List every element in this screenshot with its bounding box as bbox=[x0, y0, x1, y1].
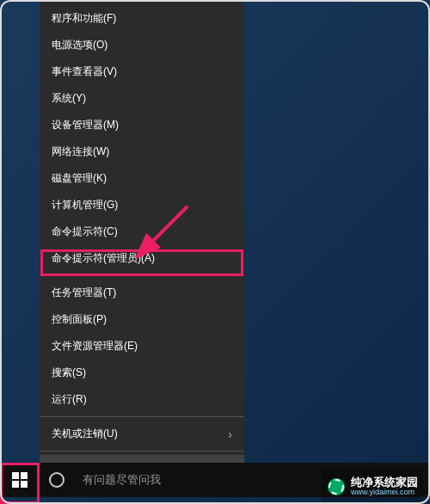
windows-logo-icon bbox=[12, 472, 28, 488]
menu-separator bbox=[40, 416, 244, 417]
menu-label: 电源选项(O) bbox=[52, 38, 108, 52]
menu-item-control-panel[interactable]: 控制面板(P) bbox=[40, 306, 244, 333]
menu-item-computer-management[interactable]: 计算机管理(G) bbox=[40, 192, 244, 218]
watermark-title: 纯净系统家园 bbox=[351, 476, 418, 489]
start-button[interactable] bbox=[0, 463, 40, 497]
menu-item-device-manager[interactable]: 设备管理器(M) bbox=[40, 112, 244, 138]
cortana-circle-icon bbox=[49, 472, 64, 488]
menu-item-task-manager[interactable]: 任务管理器(T) bbox=[40, 280, 244, 306]
menu-label: 控制面板(P) bbox=[52, 312, 107, 327]
search-placeholder: 有问题尽管问我 bbox=[83, 472, 161, 488]
menu-label: 网络连接(W) bbox=[52, 144, 109, 159]
watermark-url: www.yidaimei.com bbox=[351, 489, 418, 497]
menu-item-system[interactable]: 系统(Y) bbox=[40, 85, 244, 112]
menu-label: 事件查看器(V) bbox=[52, 65, 117, 79]
menu-item-event-viewer[interactable]: 事件查看器(V) bbox=[40, 58, 244, 85]
menu-item-network-connections[interactable]: 网络连接(W) bbox=[40, 138, 244, 165]
menu-label: 命令提示符(管理员)(A) bbox=[52, 251, 155, 266]
menu-separator bbox=[40, 275, 244, 276]
menu-item-command-prompt[interactable]: 命令提示符(C) bbox=[40, 218, 244, 245]
menu-label: 系统(Y) bbox=[52, 91, 86, 106]
menu-item-power-options[interactable]: 电源选项(O) bbox=[40, 32, 244, 58]
svg-rect-1 bbox=[12, 472, 19, 479]
menu-label: 计算机管理(G) bbox=[52, 198, 118, 212]
winx-context-menu: 程序和功能(F) 电源选项(O) 事件查看器(V) 系统(Y) 设备管理器(M)… bbox=[40, 0, 244, 487]
menu-item-shutdown-signout[interactable]: 关机或注销(U) › bbox=[40, 421, 244, 447]
watermark: 纯净系统家园 www.yidaimei.com bbox=[322, 470, 423, 504]
menu-item-command-prompt-admin[interactable]: 命令提示符(管理员)(A) bbox=[40, 245, 244, 272]
menu-item-file-explorer[interactable]: 文件资源管理器(E) bbox=[40, 333, 244, 360]
svg-rect-2 bbox=[21, 472, 28, 479]
chevron-right-icon: › bbox=[228, 427, 232, 441]
menu-label: 设备管理器(M) bbox=[52, 118, 119, 132]
svg-rect-3 bbox=[12, 481, 19, 488]
menu-item-programs[interactable]: 程序和功能(F) bbox=[40, 5, 244, 32]
cortana-button[interactable] bbox=[40, 463, 74, 497]
menu-item-search[interactable]: 搜索(S) bbox=[40, 360, 244, 386]
watermark-logo-icon bbox=[327, 477, 346, 496]
menu-label: 磁盘管理(K) bbox=[52, 171, 107, 186]
menu-item-run[interactable]: 运行(R) bbox=[40, 386, 244, 413]
menu-label: 程序和功能(F) bbox=[52, 11, 116, 26]
menu-label: 命令提示符(C) bbox=[52, 224, 118, 239]
menu-label: 搜索(S) bbox=[52, 366, 86, 380]
menu-label: 任务管理器(T) bbox=[52, 286, 116, 300]
menu-label: 关机或注销(U) bbox=[52, 427, 118, 441]
menu-item-disk-management[interactable]: 磁盘管理(K) bbox=[40, 165, 244, 192]
menu-label: 文件资源管理器(E) bbox=[52, 339, 138, 353]
menu-label: 运行(R) bbox=[52, 392, 87, 407]
menu-separator bbox=[40, 451, 244, 452]
svg-rect-4 bbox=[21, 481, 28, 488]
